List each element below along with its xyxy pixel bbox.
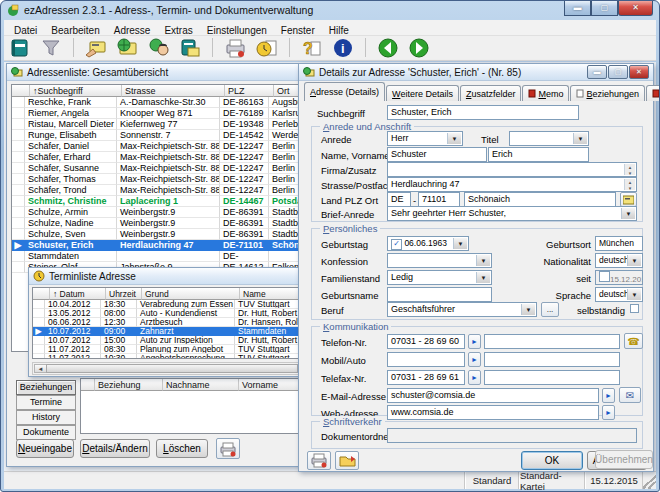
chevron-down-icon[interactable]: ▼ [476,272,490,283]
address-book-icon[interactable] [6,37,33,59]
column-header-grund[interactable]: Grund [142,288,240,300]
column-header-uhrzeit[interactable]: Uhrzeit [106,288,142,300]
beruf-more-button[interactable]: ... [541,302,559,317]
phone-dialer-button[interactable]: ☎ [624,333,643,349]
dial-telefon-button[interactable]: ► [468,334,481,349]
relations-side-button[interactable]: History [16,410,76,425]
tab-beziehungen[interactable]: Beziehungen [570,85,645,101]
seit-date[interactable]: 15.12.2015 [595,270,643,285]
konfession-select[interactable]: ▼ [387,253,492,268]
tab-adresse-details[interactable]: Adresse (Details) [304,82,385,101]
minimize-button[interactable]: ▬ [564,1,591,16]
tab-zusatzfelder[interactable]: Zusatzfelder [460,85,522,101]
edit-details-button[interactable]: Details/Ändern [80,439,150,458]
print-details-button[interactable] [307,451,331,470]
geburtsname-input[interactable] [387,287,492,302]
familienstand-select[interactable]: Ledig▼ [387,270,492,285]
firma-input[interactable]: ▴▾ [387,162,637,177]
dial-mobil-button[interactable]: ► [468,352,481,367]
mobil2-input[interactable] [484,352,620,367]
anrede-select[interactable]: Herr▼ [387,131,463,146]
strasse-input[interactable]: Herdlauchring 47▴▾ [387,177,637,192]
help-icon[interactable]: ? [298,37,325,59]
chevron-down-icon[interactable]: ▼ [453,238,467,249]
chevron-down-icon[interactable]: ▼ [621,208,635,219]
search-person-icon[interactable] [145,37,172,59]
suchbegriff-input[interactable]: Schuster, Erich [387,105,579,120]
open-web-button[interactable]: ► [602,405,615,420]
brief-anrede-select[interactable]: Sehr geehrter Herr Schuster,▼ [387,206,637,221]
back-icon[interactable] [374,37,401,59]
details-titlebar[interactable]: Details zur Adresse 'Schuster, Erich' - … [299,64,653,81]
relations-selector-header[interactable] [81,379,95,391]
menu-item[interactable]: Adresse [107,23,158,36]
open-email-button[interactable]: ► [602,388,615,403]
new-entry-button[interactable]: Neueingabe [16,439,74,458]
web-input[interactable]: www.comsia.de [387,405,599,420]
column-header-strasse[interactable]: Strasse [122,85,225,97]
chevron-down-icon[interactable]: ▼ [627,255,641,266]
print-icon[interactable] [222,37,249,59]
chevron-down-icon[interactable]: ▼ [627,289,641,300]
telefon-input[interactable]: 07031 - 28 69 60 [387,334,465,349]
relations-column-beziehung[interactable]: Beziehung [95,379,163,391]
column-header-plz[interactable]: PLZ [225,85,274,97]
tab-memo[interactable]: Memo [522,85,569,101]
scrollbar-thumb[interactable] [46,364,298,373]
info-icon[interactable]: i [329,37,356,59]
nachname-input[interactable]: Schuster [387,147,487,162]
minimize-button[interactable]: ▬ [587,65,607,79]
spinner-icon[interactable]: ▴▾ [624,179,635,190]
open-folder-button[interactable] [335,451,359,470]
close-button[interactable]: ✕ [629,65,649,79]
plz-lookup-button[interactable] [620,192,637,207]
chevron-down-icon[interactable]: ▼ [476,255,490,266]
new-address-icon[interactable] [82,37,109,59]
filter-icon[interactable] [37,37,64,59]
vorname-input[interactable]: Erich [488,147,589,162]
forward-icon[interactable] [406,37,433,59]
close-button[interactable]: ✕ [618,1,653,16]
chevron-down-icon[interactable]: ▼ [521,304,535,315]
plz-input[interactable]: 71101 [418,192,460,207]
telefax2-input[interactable] [484,370,620,385]
menu-item[interactable]: Bearbeiten [44,23,106,36]
relations-side-button[interactable]: Dokumente [16,425,76,440]
apply-button[interactable]: Übernehmen [595,450,653,469]
land-input[interactable]: DE [387,192,411,207]
ok-button[interactable]: OK [521,451,583,470]
relations-side-button[interactable]: Termine [16,395,76,410]
maximize-button[interactable]: ▢ [608,65,628,79]
checkbox-checked-icon[interactable]: ✓ [391,239,402,250]
print-list-button[interactable] [216,438,240,459]
chevron-down-icon[interactable]: ▼ [447,133,461,144]
geburtstag-date[interactable]: ✓ 06.06.1963▼ [387,236,469,251]
menu-item[interactable]: Extras [157,23,199,36]
mobil-input[interactable] [387,352,465,367]
column-header-datum[interactable]: ↑ Datum [50,288,106,300]
tab-termine[interactable]: Termine [646,85,660,101]
dial-telefax-button[interactable]: ► [468,370,481,385]
menu-item[interactable]: Fenster [274,23,322,36]
reminder-icon[interactable] [253,37,280,59]
selbstaendig-checkbox[interactable] [630,304,639,313]
checkbox-unchecked-icon[interactable] [599,271,610,282]
ort-input[interactable]: Schönaich [464,192,616,207]
titel-select[interactable]: ▼ [509,131,589,146]
relations-column-nachname[interactable]: Nachname [163,379,239,391]
relations-side-button[interactable]: Beziehungen [16,380,76,395]
geburtsort-input[interactable]: München [595,236,643,251]
selector-column-header[interactable] [33,288,50,300]
edit-address-icon[interactable] [114,37,141,59]
delete-button[interactable]: Löschen [156,439,208,458]
dokumentordner-input[interactable] [387,428,637,443]
maximize-button[interactable]: ▢ [591,1,618,16]
column-header-suchbegriff[interactable]: ↑Suchbegriff [30,85,122,97]
sprache-select[interactable]: deutsch▼ [595,287,643,302]
selector-column-header[interactable] [12,85,30,97]
beruf-select[interactable]: Geschäftsführer▼ [387,302,537,317]
send-mail-button[interactable]: ✉ [619,387,641,403]
menu-item[interactable]: Einstellungen [200,23,274,36]
telefax-input[interactable]: 07031 - 28 69 61 [387,370,465,385]
menu-item[interactable]: Hilfe [322,23,356,36]
